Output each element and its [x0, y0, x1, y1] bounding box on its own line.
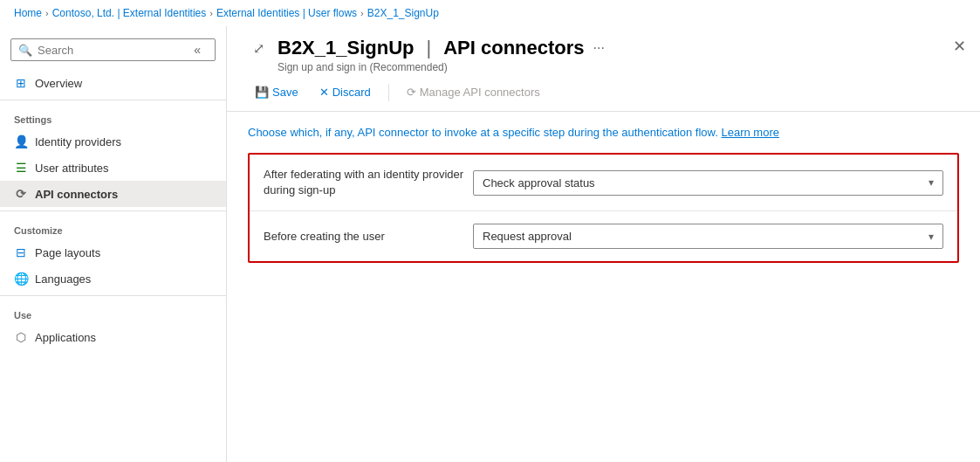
learn-more-link[interactable]: Learn more	[721, 126, 778, 139]
manage-label: Manage API connectors	[420, 86, 540, 99]
content-body: Choose which, if any, API connector to i…	[227, 112, 980, 462]
info-text: Choose which, if any, API connector to i…	[248, 126, 959, 139]
api-connectors-icon: ⟳	[14, 187, 28, 201]
breadcrumb-sep-1: ›	[45, 8, 49, 18]
discard-button[interactable]: ✕ Discard	[312, 82, 378, 102]
use-section-label: Use	[0, 300, 226, 324]
breadcrumb-contoso[interactable]: Contoso, Ltd. | External Identities	[52, 7, 207, 19]
discard-icon: ✕	[319, 86, 329, 99]
languages-icon: 🌐	[14, 272, 28, 286]
search-container: 🔍 «	[0, 33, 226, 66]
breadcrumb-sep-3: ›	[360, 8, 364, 18]
sidebar: 🔍 « ⊞ Overview Settings 👤 Identity provi…	[0, 26, 227, 462]
page-title-row: ⤢ B2X_1_SignUp | API connectors ···	[248, 37, 605, 59]
page-section-title: API connectors	[443, 37, 584, 59]
toolbar-divider	[388, 84, 389, 101]
sidebar-item-overview[interactable]: ⊞ Overview	[0, 70, 226, 96]
breadcrumb-userflows[interactable]: External Identities | User flows	[216, 7, 357, 19]
collapse-button[interactable]: «	[187, 43, 208, 57]
search-box: 🔍 «	[10, 38, 216, 61]
user-attributes-icon: ☰	[14, 161, 28, 175]
connector-row-0-label: After federating with an identity provid…	[264, 167, 473, 198]
content-area: ⤢ B2X_1_SignUp | API connectors ··· Sign…	[227, 26, 980, 462]
page-title-divider: |	[427, 37, 432, 59]
connector-row-1-select[interactable]: Request approval ▾	[473, 224, 943, 249]
page-layouts-icon: ⊟	[14, 245, 28, 259]
save-button[interactable]: 💾 Save	[248, 82, 305, 102]
close-button[interactable]: ✕	[953, 37, 966, 56]
manage-api-connectors-button[interactable]: ⟳ Manage API connectors	[400, 82, 547, 102]
search-input[interactable]	[38, 44, 182, 57]
save-icon: 💾	[255, 86, 269, 99]
breadcrumb-current: B2X_1_SignUp	[367, 7, 439, 19]
sidebar-item-attributes-label: User attributes	[35, 162, 109, 175]
use-divider	[0, 295, 226, 296]
sidebar-item-user-attributes[interactable]: ☰ User attributes	[0, 155, 226, 181]
overview-icon: ⊞	[14, 76, 28, 90]
sidebar-item-pagelayouts-label: Page layouts	[35, 246, 100, 259]
info-text-content: Choose which, if any, API connector to i…	[248, 126, 718, 139]
move-icon: ⤢	[248, 38, 269, 59]
sidebar-item-overview-label: Overview	[35, 77, 82, 90]
connector-row-1-chevron: ▾	[929, 231, 934, 243]
page-title-wrap: ⤢ B2X_1_SignUp | API connectors ··· Sign…	[248, 37, 605, 73]
sidebar-item-apps-label: Applications	[35, 331, 96, 344]
breadcrumb-sep-2: ›	[209, 8, 213, 18]
toolbar: 💾 Save ✕ Discard ⟳ Manage API connectors	[227, 73, 980, 112]
search-icon: 🔍	[18, 44, 32, 57]
page-subtitle: Sign up and sign in (Recommended)	[248, 61, 605, 73]
settings-section-label: Settings	[0, 104, 226, 128]
app-container: Home › Contoso, Ltd. | External Identiti…	[0, 0, 980, 462]
connector-row-1: Before creating the user Request approva…	[250, 211, 957, 261]
page-title: B2X_1_SignUp	[278, 37, 415, 59]
settings-divider	[0, 100, 226, 100]
customize-divider	[0, 210, 226, 211]
sidebar-item-languages-label: Languages	[35, 272, 91, 286]
connector-row-0-chevron: ▾	[929, 176, 934, 189]
save-label: Save	[272, 86, 298, 99]
sidebar-item-page-layouts[interactable]: ⊟ Page layouts	[0, 239, 226, 265]
page-header: ⤢ B2X_1_SignUp | API connectors ··· Sign…	[227, 26, 980, 73]
manage-icon: ⟳	[407, 86, 416, 99]
identity-providers-icon: 👤	[14, 134, 28, 148]
breadcrumb: Home › Contoso, Ltd. | External Identiti…	[0, 0, 980, 26]
selection-box: After federating with an identity provid…	[248, 153, 959, 263]
applications-icon: ⬡	[14, 330, 28, 344]
sidebar-item-applications[interactable]: ⬡ Applications	[0, 324, 226, 350]
main-layout: 🔍 « ⊞ Overview Settings 👤 Identity provi…	[0, 26, 980, 462]
connector-row-1-label: Before creating the user	[264, 229, 473, 245]
connector-row-1-value: Request approval	[483, 230, 572, 243]
page-ellipsis-button[interactable]: ···	[593, 40, 605, 56]
sidebar-item-api-connectors[interactable]: ⟳ API connectors	[0, 181, 226, 207]
breadcrumb-home[interactable]: Home	[14, 7, 42, 19]
sidebar-item-api-label: API connectors	[35, 188, 118, 201]
sidebar-item-languages[interactable]: 🌐 Languages	[0, 265, 226, 292]
customize-section-label: Customize	[0, 215, 226, 239]
connector-row-0-select[interactable]: Check approval status ▾	[473, 170, 943, 196]
discard-label: Discard	[332, 86, 371, 99]
connector-row-0: After federating with an identity provid…	[250, 155, 957, 211]
sidebar-nav: ⊞ Overview Settings 👤 Identity providers…	[0, 66, 226, 462]
sidebar-item-identity-providers[interactable]: 👤 Identity providers	[0, 128, 226, 155]
sidebar-item-identity-label: Identity providers	[35, 135, 121, 148]
connector-row-0-value: Check approval status	[483, 176, 595, 190]
